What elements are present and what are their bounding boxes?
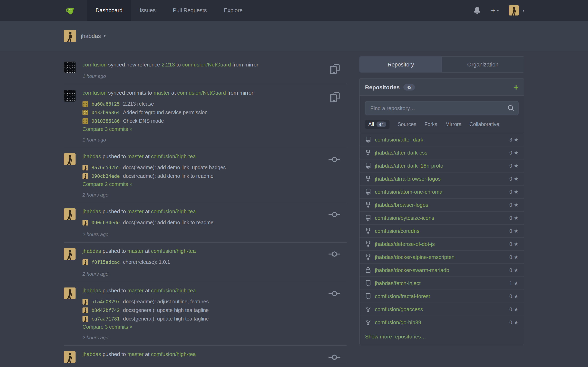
repo-link[interactable]: comfusion/goaccess (375, 306, 423, 312)
user-menu-dropdown[interactable]: ▾ (509, 5, 524, 16)
event-link[interactable]: master (127, 287, 144, 294)
actor-avatar[interactable] (64, 287, 76, 299)
actor-avatar[interactable] (64, 248, 76, 260)
show-more-repositories-link[interactable]: Show more repositories… (360, 329, 524, 345)
event-link[interactable]: jhabdas (82, 208, 101, 215)
repo-link[interactable]: jhabdas/alrra-browser-logos (375, 176, 441, 182)
event-link[interactable]: master (154, 90, 170, 96)
repo-link[interactable]: jhabdas/fetch-inject (375, 280, 421, 286)
create-new-dropdown[interactable]: + ▾ (491, 7, 499, 14)
event-link[interactable]: comfusion/high-tea (151, 153, 196, 159)
filter-sources[interactable]: Sources (398, 122, 416, 127)
star-icon: ★ (514, 319, 519, 325)
repo-link[interactable]: comfusion/after-dark (375, 137, 423, 143)
repo-star-count[interactable]: 0★ (509, 150, 519, 156)
repo-star-count[interactable]: 0★ (509, 241, 519, 247)
gitea-logo[interactable] (64, 0, 78, 21)
repo-star-count[interactable]: 0★ (509, 228, 519, 234)
commit-line: 090cb34ededocs(readme): add demo link to… (82, 218, 347, 227)
repo-link[interactable]: jhabdas/docker-swarm-mariadb (375, 267, 449, 273)
commit-sha[interactable]: f0f15edcac (91, 259, 120, 265)
repo-star-count[interactable]: 0★ (509, 215, 519, 221)
commit-sha[interactable]: ca7aa71781 (91, 316, 120, 322)
tab-repository[interactable]: Repository (360, 57, 442, 72)
event-link[interactable]: master (127, 153, 144, 159)
repo-star-count[interactable]: 3★ (509, 137, 519, 143)
notifications-bell-icon[interactable] (474, 7, 481, 14)
filter-all[interactable]: All42 (365, 120, 389, 129)
repo-star-count[interactable]: 0★ (509, 267, 519, 273)
actor-avatar[interactable] (64, 62, 76, 73)
event-link[interactable]: comfusion/NetGuard (182, 62, 231, 68)
commit-sha[interactable]: afa4d08297 (91, 299, 120, 304)
event-link[interactable]: jhabdas (82, 153, 101, 159)
event-text: pushed to (101, 248, 127, 254)
commit-line: afa4d08297docs(readme): adjust outline, … (82, 297, 347, 306)
compare-link[interactable]: Compare 3 commits » (82, 126, 347, 132)
commit-sha[interactable]: ba60a68f25 (91, 101, 120, 107)
tab-organization[interactable]: Organization (442, 57, 524, 72)
commit-line: ca7aa71781docs(general): update high tea… (82, 314, 347, 323)
actor-avatar[interactable] (64, 208, 76, 220)
commit-message: docs(readme): adjust outline, features (123, 299, 209, 304)
nav-item-explore[interactable]: Explore (215, 0, 251, 21)
repo-star-count[interactable]: 0★ (509, 189, 519, 195)
commit-sha[interactable]: b8d42bf742 (91, 307, 120, 313)
filter-mirrors[interactable]: Mirrors (445, 122, 461, 127)
commit-sha[interactable]: 090cb34ede (91, 173, 120, 179)
compare-link[interactable]: Compare 3 commits » (82, 324, 347, 330)
repo-link[interactable]: jhabdas/defense-of-dot-js (375, 241, 435, 247)
search-icon[interactable] (508, 105, 514, 113)
compare-link[interactable]: Compare 2 commits » (82, 182, 347, 187)
event-link[interactable]: jhabdas (82, 248, 101, 254)
event-link[interactable]: comfusion/high-tea (151, 248, 196, 254)
event-link[interactable]: comfusion (82, 90, 107, 96)
event-link[interactable]: master (127, 351, 144, 357)
repo-link[interactable]: comfusion/fractal-forest (375, 293, 430, 299)
event-link[interactable]: master (127, 208, 144, 215)
actor-avatar[interactable] (64, 90, 76, 101)
repo-star-count[interactable]: 0★ (509, 293, 519, 299)
filter-forks[interactable]: Forks (424, 122, 437, 127)
context-avatar[interactable] (64, 30, 76, 42)
nav-item-pull-requests[interactable]: Pull Requests (164, 0, 215, 21)
nav-item-issues[interactable]: Issues (131, 0, 164, 21)
repo-star-count[interactable]: 0★ (509, 319, 519, 325)
commit-sha[interactable]: 090cb34ede (91, 220, 120, 225)
actor-avatar[interactable] (64, 351, 76, 363)
event-link[interactable]: 2.213 (162, 62, 175, 68)
commit-sha[interactable]: 0432b9a864 (91, 109, 120, 115)
event-link[interactable]: comfusion/high-tea (151, 351, 196, 357)
repo-link[interactable]: jhabdas/docker-alpine-emscripten (375, 254, 454, 260)
event-link[interactable]: comfusion/high-tea (151, 287, 196, 294)
event-link[interactable]: comfusion (82, 62, 107, 68)
feed-event: jhabdas pushed to master at comfusion/hi… (64, 148, 347, 203)
repo-link[interactable]: jhabdas/after-dark-css (375, 150, 427, 156)
repo-star-count[interactable]: 0★ (509, 176, 519, 182)
event-link[interactable]: comfusion/NetGuard (177, 90, 226, 96)
event-link[interactable]: comfusion/high-tea (151, 208, 196, 215)
new-repository-button[interactable]: + (513, 83, 519, 91)
repo-link[interactable]: comfusion/bytesize-icons (375, 215, 434, 221)
commit-sha[interactable]: 8a76c592b5 (91, 165, 120, 170)
repo-link[interactable]: jhabdas/after-dark-i18n-proto (375, 163, 443, 169)
repo-star-count[interactable]: 0★ (509, 306, 519, 312)
repo-star-count[interactable]: 0★ (509, 202, 519, 208)
repo-link[interactable]: comfusion/go-bip39 (375, 319, 421, 325)
event-link[interactable]: jhabdas (82, 351, 101, 357)
fork-icon (365, 150, 372, 156)
commit-sha[interactable]: 0810386186 (91, 118, 120, 124)
context-switcher[interactable]: jhabdas ▾ (81, 33, 105, 39)
filter-collaborative[interactable]: Collaborative (469, 122, 499, 127)
event-link[interactable]: master (127, 248, 144, 254)
repo-link[interactable]: comfusion/coredns (375, 228, 419, 234)
repository-search-input[interactable] (365, 101, 519, 115)
repo-link[interactable]: jhabdas/browser-logos (375, 202, 428, 208)
repo-star-count[interactable]: 0★ (509, 254, 519, 260)
event-link[interactable]: jhabdas (82, 287, 101, 294)
repo-star-count[interactable]: 1★ (509, 280, 519, 286)
repo-star-count[interactable]: 0★ (509, 163, 519, 169)
nav-item-dashboard[interactable]: Dashboard (87, 0, 131, 21)
actor-avatar[interactable] (64, 153, 76, 165)
repo-link[interactable]: comfusion/atom-one-chroma (375, 189, 442, 195)
